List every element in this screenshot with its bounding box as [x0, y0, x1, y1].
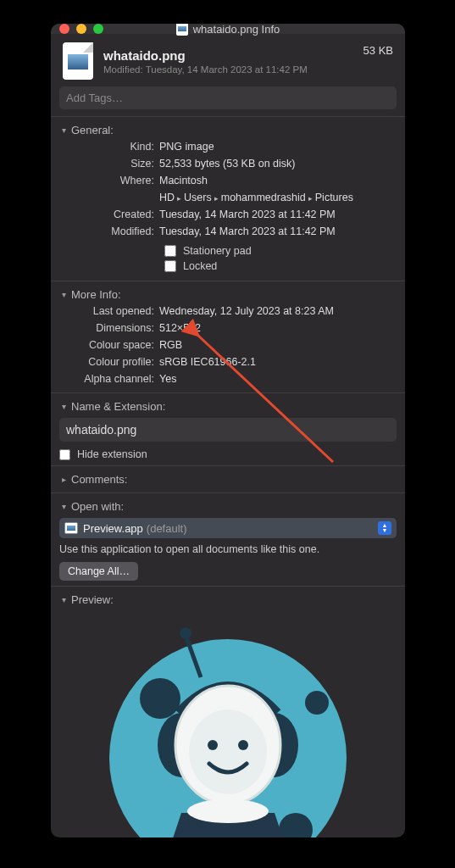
section-name-ext: ▾ Name & Extension: Hide extension [51, 392, 405, 465]
stationery-checkbox-input[interactable] [164, 245, 176, 257]
colour-space-value: RGB [159, 337, 397, 353]
svg-point-3 [305, 691, 329, 715]
locked-label: Locked [183, 260, 217, 272]
alpha-channel-label: Alpha channel: [59, 370, 159, 387]
preview-app-icon [64, 522, 78, 534]
minimize-icon[interactable] [76, 24, 86, 34]
open-with-default-suffix: (default) [147, 522, 187, 535]
zoom-icon[interactable] [93, 24, 103, 34]
where-value: Macintosh HD▸Users▸mohammedrashid▸Pictur… [159, 172, 397, 206]
section-more-info: ▾ More Info: Last opened:Wednesday, 12 J… [51, 281, 405, 392]
chevron-down-icon: ▾ [59, 290, 68, 299]
stationery-label: Stationery pad [183, 245, 252, 257]
filename-input[interactable] [59, 418, 397, 442]
svg-point-10 [189, 709, 267, 794]
path-part: Users [184, 192, 212, 203]
modified-value: Tuesday, 14 March 2023 at 11:42 PM [159, 223, 397, 240]
where-label: Where: [59, 172, 159, 206]
colour-profile-label: Colour profile: [59, 353, 159, 370]
section-name-ext-title: Name & Extension: [71, 400, 165, 413]
last-opened-label: Last opened: [59, 303, 159, 320]
chevron-down-icon: ▾ [59, 125, 68, 135]
section-general-header[interactable]: ▾ General: [59, 122, 397, 138]
tags-placeholder: Add Tags… [66, 92, 123, 104]
colour-space-label: Colour space: [59, 337, 159, 353]
section-preview-title: Preview: [71, 593, 114, 606]
section-name-ext-header[interactable]: ▾ Name & Extension: [59, 398, 397, 415]
titlebar: whataido.png Info [51, 24, 405, 34]
section-comments: ▸ Comments: [51, 465, 405, 492]
section-general: ▾ General: Kind:PNG image Size:52,533 by… [51, 116, 405, 281]
tags-field[interactable]: Add Tags… [59, 86, 397, 109]
open-with-app-name: Preview.app [83, 522, 143, 535]
section-open-with: ▾ Open with: Preview.app (default) ▲▼ Us… [51, 492, 405, 586]
file-header: whataido.png Modified: Tuesday, 14 March… [51, 34, 405, 86]
section-comments-header[interactable]: ▸ Comments: [59, 471, 397, 487]
svg-point-12 [238, 740, 248, 750]
section-preview-header[interactable]: ▾ Preview: [59, 592, 397, 608]
modified-line: Modified: Tuesday, 14 March 2023 at 11:4… [103, 64, 355, 75]
svg-point-1 [140, 678, 180, 719]
section-preview: ▾ Preview: [51, 586, 405, 837]
chevron-right-icon: ▸ [59, 475, 68, 484]
section-more-info-header[interactable]: ▾ More Info: [59, 287, 397, 303]
info-window: whataido.png Info whataido.png Modified:… [51, 24, 405, 837]
svg-point-5 [180, 627, 191, 639]
section-comments-title: Comments: [71, 473, 127, 486]
window-controls [59, 24, 103, 34]
modified-label: Modified: [59, 223, 159, 240]
colour-profile-value: sRGB IEC61966-2.1 [159, 353, 397, 370]
kind-label: Kind: [59, 138, 159, 155]
svg-point-11 [208, 740, 218, 750]
updown-arrows-icon: ▲▼ [378, 521, 391, 535]
locked-checkbox-input[interactable] [164, 260, 176, 272]
preview-thumbnail [59, 608, 397, 837]
kind-value: PNG image [159, 138, 397, 155]
chevron-down-icon: ▾ [59, 402, 68, 411]
hide-extension-checkbox[interactable]: Hide extension [59, 448, 397, 460]
dimensions-value: 512×512 [159, 320, 397, 337]
close-icon[interactable] [59, 24, 69, 34]
path-separator-icon: ▸ [308, 194, 313, 203]
file-thumbnail-icon [63, 42, 93, 80]
change-all-button[interactable]: Change All… [59, 562, 138, 581]
path-separator-icon: ▸ [214, 194, 219, 203]
locked-checkbox[interactable]: Locked [164, 260, 397, 272]
created-value: Tuesday, 14 March 2023 at 11:42 PM [159, 206, 397, 223]
hide-extension-label: Hide extension [77, 448, 147, 460]
chevron-down-icon: ▾ [59, 595, 68, 604]
svg-point-13 [187, 799, 269, 823]
robot-image [101, 618, 355, 837]
window-title: whataido.png Info [51, 24, 405, 36]
path-part: mohammedrashid [221, 192, 306, 203]
section-open-with-title: Open with: [71, 500, 124, 513]
section-open-with-header[interactable]: ▾ Open with: [59, 498, 397, 515]
open-with-dropdown[interactable]: Preview.app (default) ▲▼ [59, 518, 397, 538]
created-label: Created: [59, 206, 159, 223]
chevron-down-icon: ▾ [59, 502, 68, 511]
section-general-title: General: [71, 124, 114, 136]
dimensions-label: Dimensions: [59, 320, 159, 337]
last-opened-value: Wednesday, 12 July 2023 at 8:23 AM [159, 303, 397, 320]
size-value: 52,533 bytes (53 KB on disk) [159, 155, 397, 172]
stationery-checkbox[interactable]: Stationery pad [164, 245, 397, 257]
file-icon [176, 24, 188, 36]
section-more-info-title: More Info: [71, 288, 121, 301]
path-separator-icon: ▸ [177, 194, 181, 203]
hide-extension-checkbox-input[interactable] [59, 449, 70, 460]
open-with-hint: Use this application to open all documen… [59, 543, 397, 555]
path-part: Pictures [315, 192, 353, 203]
window-title-text: whataido.png Info [193, 24, 280, 36]
file-size: 53 KB [363, 42, 393, 57]
filename: whataido.png [103, 48, 355, 63]
size-label: Size: [59, 155, 159, 172]
alpha-channel-value: Yes [159, 370, 397, 387]
